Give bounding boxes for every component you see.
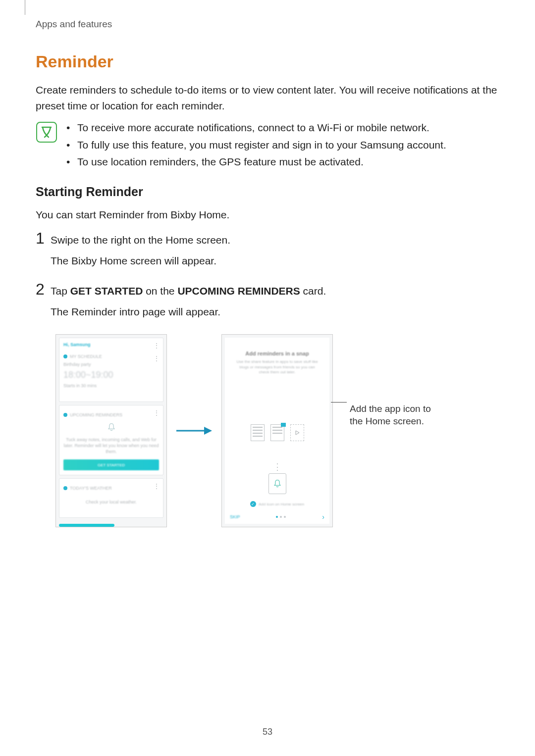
- step-1: 1 Swipe to the right on the Home screen.…: [36, 232, 499, 273]
- step-number: 1: [36, 230, 51, 246]
- blurred-description: Check your local weather.: [63, 500, 159, 504]
- annotation-line: [331, 402, 347, 403]
- annotation-text: Add the app icon to the Home screen.: [350, 403, 434, 428]
- progress-bar: [59, 524, 114, 527]
- note-block: To receive more accurate notifications, …: [36, 119, 499, 171]
- event-time: 18:00~19:00: [63, 370, 159, 380]
- phone-screenshot-bixby-home: Hi, Samsung ⋮ MY SCHEDULE ⋮ Birthday par…: [55, 334, 167, 527]
- status-dot-icon: [63, 413, 67, 417]
- blurred-description: Tuck away notes, incoming calls, and Web…: [63, 437, 159, 454]
- skip-button: SKIP: [230, 514, 240, 519]
- note-item: To fully use this feature, you must regi…: [66, 137, 499, 154]
- arrow-icon: [167, 425, 221, 437]
- blurred-label: MY SCHEDULE: [70, 354, 102, 359]
- blurred-label: Starts in 30 mins: [63, 383, 159, 388]
- video-icon: [290, 424, 304, 441]
- bell-icon: [107, 422, 116, 432]
- checkbox-label: Add icon on Home screen: [259, 502, 304, 506]
- step-number: 2: [36, 281, 51, 297]
- more-icon: ⋮: [154, 355, 159, 362]
- get-started-button: GET STARTED: [63, 459, 159, 470]
- more-icon: ⋮: [154, 483, 159, 490]
- more-icon: ⋮: [154, 342, 159, 349]
- page-header: Apps and features: [36, 19, 112, 30]
- intro-subtext: Use the share feature in apps to save st…: [225, 359, 329, 375]
- note-item: To receive more accurate notifications, …: [66, 119, 499, 137]
- step-text: Swipe to the right on the Home screen.: [51, 232, 499, 248]
- add-icon-checkbox-row: ✓ Add icon on Home screen: [225, 501, 329, 507]
- subsection-title: Starting Reminder: [36, 185, 499, 199]
- checkmark-icon: ✓: [250, 501, 256, 507]
- document-image-icon: [270, 424, 284, 441]
- bell-box-icon: [268, 473, 286, 494]
- intro-heading: Add reminders in a snap: [225, 351, 329, 356]
- step-subtext: The Reminder intro page will appear.: [51, 304, 499, 320]
- figure-row: Hi, Samsung ⋮ MY SCHEDULE ⋮ Birthday par…: [55, 334, 499, 527]
- step-text: Tap GET STARTED on the UPCOMING REMINDER…: [51, 283, 499, 299]
- svg-marker-3: [296, 431, 299, 435]
- document-icon: [251, 424, 265, 441]
- more-icon: ⋮: [154, 409, 159, 416]
- chevron-right-icon: ›: [322, 513, 324, 521]
- note-item: To use location reminders, the GPS featu…: [66, 153, 499, 171]
- section-title: Reminder: [36, 52, 499, 71]
- status-dot-icon: [63, 486, 67, 490]
- page-margin-marker: [25, 0, 25, 15]
- step-2: 2 Tap GET STARTED on the UPCOMING REMIND…: [36, 283, 499, 324]
- annotation: Add the app icon to the Home screen.: [333, 418, 434, 444]
- subsection-intro: You can start Reminder from Bixby Home.: [36, 207, 499, 223]
- phone-screenshot-reminder-intro: Add reminders in a snap Use the share fe…: [221, 334, 333, 527]
- svg-marker-2: [204, 427, 212, 435]
- blurred-label: TODAY'S WEATHER: [70, 486, 112, 491]
- step-subtext: The Bixby Home screen will appear.: [51, 253, 499, 269]
- dots-icon: ⋮: [225, 465, 329, 469]
- page-number: 53: [0, 727, 535, 737]
- card-title: Hi, Samsung: [63, 342, 159, 347]
- svg-rect-0: [37, 122, 56, 142]
- blurred-label: UPCOMING REMINDERS: [70, 412, 122, 417]
- note-icon: [36, 121, 57, 143]
- status-dot-icon: [63, 354, 67, 358]
- event-name: Birthday party: [63, 362, 159, 367]
- page-indicator-dots: [276, 516, 286, 518]
- intro-paragraph: Create reminders to schedule to-do items…: [36, 82, 499, 113]
